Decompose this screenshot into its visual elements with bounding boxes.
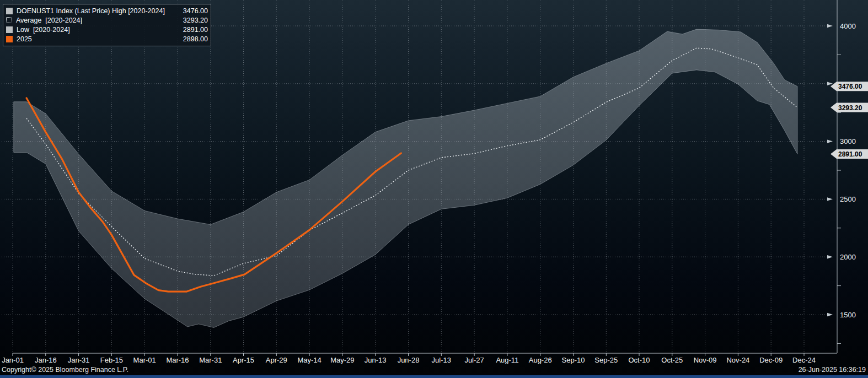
chart-canvas[interactable]: 40003000250020001500Jan-01Jan-16Jan-31Fe…: [0, 0, 868, 378]
legend-value: 3293.20: [183, 17, 208, 24]
legend-value: 2891.00: [183, 26, 208, 34]
legend-label: Low [2020-2024]: [17, 26, 70, 34]
x-tick-label: Jul-27: [464, 356, 484, 364]
bottom-blue-strip: [0, 375, 868, 378]
x-tick-label: Sep-25: [594, 356, 618, 364]
legend-swatch-dotted-icon: [6, 17, 12, 23]
x-tick-label: Dec-24: [792, 356, 816, 364]
x-tick-label: Dec-09: [759, 356, 783, 364]
legend-label: Average [2020-2024]: [16, 17, 82, 24]
legend-value: 3476.00: [183, 7, 208, 15]
x-tick-label: Nov-09: [694, 356, 717, 364]
x-tick-label: Jun-13: [365, 356, 387, 364]
y-axis-label: 3000: [840, 137, 856, 145]
y-axis-label: 2500: [840, 195, 856, 203]
x-tick-label: Jul-13: [432, 356, 451, 364]
legend-label: DOENUST1 Index (Last Price) High [2020-2…: [17, 7, 165, 15]
legend-row[interactable]: Low [2020-2024]2891.00: [6, 25, 208, 34]
range-band-2020-2024: [14, 29, 797, 327]
legend-value: 2898.00: [183, 35, 208, 43]
copyright-text: Copyright© 2025 Bloomberg Finance L.P.: [2, 366, 128, 374]
x-tick-label: Aug-11: [496, 356, 518, 364]
x-tick-label: Apr-29: [266, 356, 287, 364]
legend-row[interactable]: 20252898.00: [6, 34, 208, 44]
x-tick-label: Mar-16: [166, 356, 189, 364]
chart-legend[interactable]: DOENUST1 Index (Last Price) High [2020-2…: [3, 4, 211, 46]
axis-badge-value: 3293.20: [838, 104, 862, 112]
x-tick-label: Jan-31: [68, 356, 90, 364]
legend-row[interactable]: Average [2020-2024]3293.20: [6, 15, 208, 25]
y-axis-label: 1500: [840, 311, 856, 319]
y-axis-label: 4000: [840, 22, 856, 30]
y-axis-label: 2000: [840, 253, 856, 261]
x-tick-label: Mar-01: [133, 356, 156, 364]
x-tick-label: May-14: [297, 356, 321, 364]
x-tick-label: Jan-16: [35, 356, 57, 364]
legend-swatch-gray-icon: [6, 26, 13, 33]
x-tick-label: Sep-10: [562, 356, 585, 364]
x-tick-label: Aug-26: [529, 356, 552, 364]
legend-swatch-gray-icon: [6, 8, 13, 14]
x-tick-label: Oct-10: [628, 356, 650, 364]
axis-badge-value: 3476.00: [838, 83, 862, 90]
x-tick-label: May-29: [330, 356, 354, 364]
timestamp-text: 26-Jun-2025 16:36:19: [799, 366, 866, 374]
x-tick-label: Jan-01: [2, 356, 24, 364]
x-tick-label: Apr-15: [233, 356, 254, 364]
x-tick-label: Mar-31: [199, 356, 222, 364]
legend-row[interactable]: DOENUST1 Index (Last Price) High [2020-2…: [6, 6, 208, 15]
x-tick-label: Nov-24: [726, 356, 749, 364]
legend-label: 2025: [17, 35, 32, 43]
x-tick-label: Feb-15: [100, 356, 123, 364]
axis-badge-value: 2891.00: [838, 150, 862, 158]
axis-badges: 3476.003293.202891.00: [831, 82, 868, 159]
x-tick-label: Jun-28: [398, 356, 420, 364]
x-tick-label: Oct-25: [661, 356, 683, 364]
footer-bar: Copyright© 2025 Bloomberg Finance L.P. 2…: [0, 366, 868, 375]
legend-swatch-orange-icon: [6, 36, 13, 42]
